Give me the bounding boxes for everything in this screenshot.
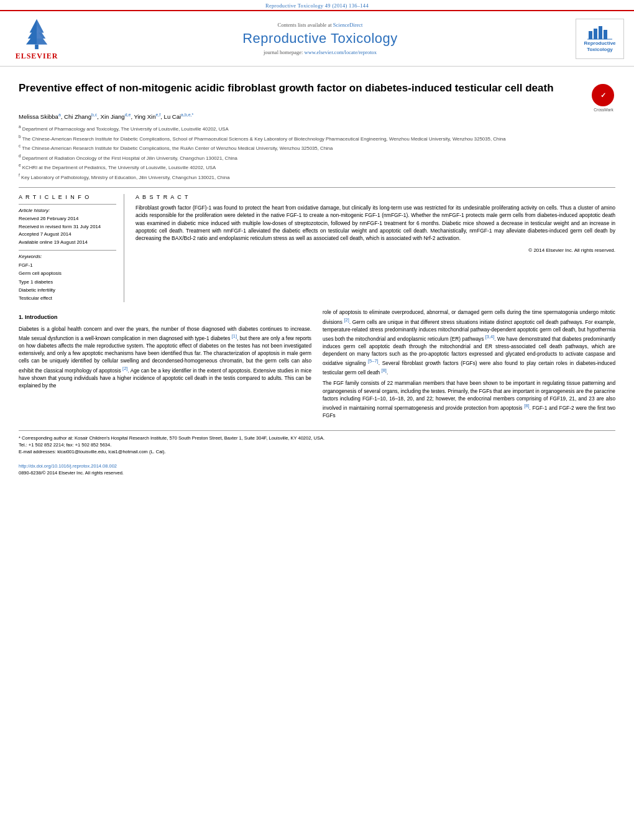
contents-line: Contents lists available at ScienceDirec… xyxy=(71,22,569,28)
keyword-4: Diabetic infertility xyxy=(19,286,116,294)
abstract-text: Fibroblast growth factor (FGF)-1 was fou… xyxy=(136,204,615,242)
author-lu: Lu Caia,b,e,* xyxy=(164,113,194,120)
history-label: Article history: xyxy=(19,208,116,213)
crossmark-badge: ✓ CrossMark xyxy=(592,84,615,108)
email-label: E-mail addresses: xyxy=(19,449,56,455)
keyword-3: Type 1 diabetes xyxy=(19,278,116,286)
date-accepted: Accepted 7 August 2014 xyxy=(19,231,116,238)
elsevier-label: ELSEVIER xyxy=(16,52,58,61)
affil-d: d Department of Radiation Oncology of th… xyxy=(19,153,615,162)
date-available: Available online 19 August 2014 xyxy=(19,239,116,246)
date-received: Received 26 February 2014 xyxy=(19,215,116,223)
affil-c: c The Chinese-American Research Institut… xyxy=(19,143,615,152)
doi-link[interactable]: http://dx.doi.org/10.1016/j.reprotox.201… xyxy=(19,463,615,469)
article-title-section: Preventive effect of non-mitogenic acidi… xyxy=(19,81,615,108)
journal-homepage: journal homepage: www.elsevier.com/locat… xyxy=(71,49,569,55)
journal-center: Contents lists available at ScienceDirec… xyxy=(71,22,569,55)
sciencedirect-link[interactable]: ScienceDirect xyxy=(333,22,363,28)
author-xin-jiang: Xin Jiangd,e xyxy=(101,113,131,120)
article-dates: Received 26 February 2014 Received in re… xyxy=(19,215,116,246)
authors-line: Melissa Skibbaa, Chi Zhangb,c, Xin Jiang… xyxy=(19,113,615,120)
email-note: E-mail addresses: klcai001@louisville.ed… xyxy=(19,448,615,455)
body-col-right: role of apoptosis to eliminate overprodu… xyxy=(323,308,615,422)
svg-rect-10 xyxy=(604,30,607,39)
journal-logo-right: ReproductiveToxicology xyxy=(576,19,625,59)
keyword-2: Germ cell apoptosis xyxy=(19,269,116,277)
journal-reference: Reproductive Toxicology 49 (2014) 136–14… xyxy=(0,0,634,10)
crossmark-label: CrossMark xyxy=(592,108,615,112)
keywords-label: Keywords: xyxy=(19,254,116,259)
journal-header: ELSEVIER Contents lists available at Sci… xyxy=(0,10,634,67)
rt-logo-box: ReproductiveToxicology xyxy=(576,19,624,59)
svg-rect-7 xyxy=(589,31,592,39)
article-body: Preventive effect of non-mitogenic acidi… xyxy=(0,67,634,482)
keyword-5: Testicular effect xyxy=(19,294,116,302)
affil-a: a Department of Pharmacology and Toxicol… xyxy=(19,124,615,133)
affil-f: f Key Laboratory of Pathobiology, Minist… xyxy=(19,172,615,182)
author-chi: Chi Zhangb,c xyxy=(64,113,97,120)
crossmark-icon: ✓ xyxy=(592,84,614,106)
svg-rect-8 xyxy=(594,29,597,39)
rt-logo-title: ReproductiveToxicology xyxy=(584,40,615,52)
article-info-heading: A R T I C L E I N F O xyxy=(19,194,116,200)
rt-chart-icon xyxy=(587,25,612,40)
email-links: klcai001@louisville.edu, lcai1@hotmail.c… xyxy=(57,449,165,455)
affiliations: a Department of Pharmacology and Toxicol… xyxy=(19,124,615,181)
tel-note: Tel.: +1 502 852 2214; fax: +1 502 852 5… xyxy=(19,441,615,448)
journal-title: Reproductive Toxicology xyxy=(71,30,569,47)
author-melissa: Melissa Skibbaa xyxy=(19,113,61,120)
info-abstract-row: A R T I C L E I N F O Article history: R… xyxy=(19,187,615,302)
footnote-area: * Corresponding author at: Kosair Childr… xyxy=(19,430,615,477)
homepage-link[interactable]: www.elsevier.com/locate/reprotox xyxy=(305,49,377,55)
elsevier-logo: ELSEVIER xyxy=(9,16,65,61)
elsevier-tree-icon xyxy=(18,16,55,50)
affil-e: e KCHRI at the Department of Pediatrics,… xyxy=(19,162,615,172)
journal-ref-text: Reproductive Toxicology 49 (2014) 136–14… xyxy=(265,2,369,9)
author-ying: Ying Xine,f xyxy=(134,113,160,120)
keyword-1: FGF-1 xyxy=(19,261,116,269)
abstract-section: A B S T R A C T Fibroblast growth factor… xyxy=(136,194,615,302)
svg-rect-0 xyxy=(35,45,39,50)
section1-heading: 1. Introduction xyxy=(19,313,311,321)
corresponding-author-note: * Corresponding author at: Kosair Childr… xyxy=(19,435,615,441)
abstract-copyright: © 2014 Elsevier Inc. All rights reserved… xyxy=(136,247,615,253)
intro-para-1: Diabetes is a global health concern and … xyxy=(19,325,311,390)
body-col-left: 1. Introduction Diabetes is a global hea… xyxy=(19,308,311,422)
abstract-heading: A B S T R A C T xyxy=(136,194,615,200)
article-info: A R T I C L E I N F O Article history: R… xyxy=(19,194,124,302)
affil-b: b The Chinese-American Research Institut… xyxy=(19,134,615,143)
keywords-list: FGF-1 Germ cell apoptosis Type 1 diabete… xyxy=(19,261,116,302)
article-title: Preventive effect of non-mitogenic acidi… xyxy=(19,81,586,96)
body-content: 1. Introduction Diabetes is a global hea… xyxy=(19,308,615,422)
issn-copyright: 0890-6238/© 2014 Elsevier Inc. All right… xyxy=(19,469,615,476)
date-revised: Received in revised form 31 July 2014 xyxy=(19,223,116,231)
svg-rect-9 xyxy=(599,26,602,39)
intro-para-3: The FGF family consists of 22 mammalian … xyxy=(323,379,615,419)
intro-para-2: role of apoptosis to eliminate overprodu… xyxy=(323,308,615,376)
